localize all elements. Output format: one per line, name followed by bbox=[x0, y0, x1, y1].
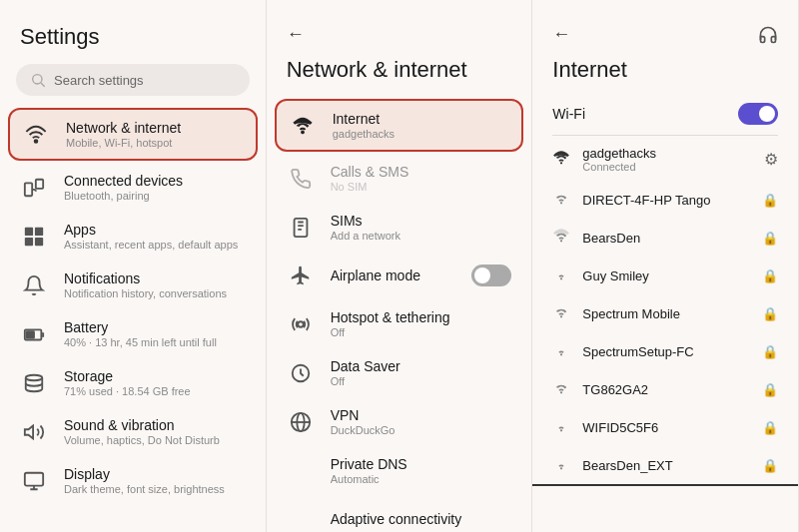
search-bar[interactable]: Search settings bbox=[16, 64, 250, 96]
sound-sublabel: Volume, haptics, Do Not Disturb bbox=[64, 434, 220, 446]
notifications-text: Notifications Notification history, conv… bbox=[64, 270, 227, 299]
storage-sublabel: 71% used · 18.54 GB free bbox=[64, 385, 191, 397]
battery-sublabel: 40% · 13 hr, 45 min left until full bbox=[64, 336, 217, 348]
network-direct4f[interactable]: DIRECT-4F-HP Tango 🔒 bbox=[532, 181, 798, 219]
network-item-privatedns[interactable]: Private DNS Automatic bbox=[267, 446, 532, 495]
sims-sublabel: Add a network bbox=[331, 230, 400, 242]
settings-gear-icon[interactable]: ⚙ bbox=[764, 150, 778, 169]
settings-item-storage[interactable]: Storage 71% used · 18.54 GB free bbox=[0, 358, 266, 407]
network-spectrummobile[interactable]: Spectrum Mobile 🔒 bbox=[532, 294, 798, 332]
battery-icon bbox=[20, 320, 48, 348]
settings-item-apps[interactable]: Apps Assistant, recent apps, default app… bbox=[0, 212, 266, 261]
calls-icon bbox=[287, 165, 315, 193]
connected-text: Connected devices Bluetooth, pairing bbox=[64, 173, 183, 202]
network-item-airplane[interactable]: Airplane mode bbox=[267, 252, 532, 299]
spectrummobile-name: Spectrum Mobile bbox=[582, 306, 750, 321]
svg-point-22 bbox=[560, 240, 562, 242]
adaptive-icon bbox=[287, 505, 315, 532]
back-button-panel3[interactable]: ← bbox=[552, 24, 570, 45]
network-item-internet[interactable]: Internet gadgethacks bbox=[275, 99, 524, 152]
network-bearsden[interactable]: BearsDen 🔒 bbox=[532, 219, 798, 257]
lock-icon: 🔒 bbox=[762, 268, 778, 283]
svg-rect-10 bbox=[27, 331, 34, 337]
connected-icon bbox=[20, 174, 48, 202]
datasaver-label: Data Saver bbox=[331, 358, 400, 374]
network-title: Network & internet bbox=[267, 49, 532, 97]
wifi-signal-icon bbox=[552, 454, 570, 476]
gadgethacks-name: gadgethacks bbox=[582, 146, 752, 161]
internet-icon bbox=[289, 112, 317, 140]
apps-text: Apps Assistant, recent apps, default app… bbox=[64, 222, 238, 251]
network-spectrumsetup[interactable]: SpectrumSetup-FC 🔒 bbox=[532, 332, 798, 370]
adaptive-text: Adaptive connectivity bbox=[331, 511, 462, 527]
vpn-label: VPN bbox=[331, 407, 396, 423]
wifi-signal-icon bbox=[552, 227, 570, 249]
wifi-signal-icon bbox=[552, 340, 570, 362]
sound-label: Sound & vibration bbox=[64, 417, 220, 433]
datasaver-sublabel: Off bbox=[331, 375, 400, 387]
airplane-toggle[interactable] bbox=[471, 265, 511, 286]
network-item-vpn[interactable]: VPN DuckDuckGo bbox=[267, 397, 532, 446]
internet-panel: ← Internet Wi-Fi gadgethacks Connected ⚙ bbox=[532, 0, 799, 532]
svg-point-16 bbox=[298, 321, 304, 327]
settings-title: Settings bbox=[0, 16, 266, 64]
internet-sublabel: gadgethacks bbox=[333, 128, 395, 140]
network-tg862[interactable]: TG862GA2 🔒 bbox=[532, 370, 798, 408]
settings-item-battery[interactable]: Battery 40% · 13 hr, 45 min left until f… bbox=[0, 309, 266, 358]
network-item-datasaver[interactable]: Data Saver Off bbox=[267, 348, 532, 397]
lock-icon: 🔒 bbox=[762, 344, 778, 359]
calls-label: Calls & SMS bbox=[331, 164, 409, 180]
bearsden-name: BearsDen bbox=[582, 231, 750, 246]
network-item-hotspot[interactable]: Hotspot & tethering Off bbox=[267, 299, 532, 348]
privatedns-text: Private DNS Automatic bbox=[331, 456, 407, 485]
wifi-signal-icon bbox=[552, 265, 570, 286]
wifi-signal-icon bbox=[552, 149, 570, 171]
wifi-row[interactable]: Wi-Fi bbox=[532, 97, 798, 131]
network-item-calls[interactable]: Calls & SMS No SIM bbox=[267, 154, 532, 203]
sims-text: SIMs Add a network bbox=[331, 213, 400, 242]
privatedns-icon bbox=[287, 457, 315, 485]
back-button-panel2[interactable]: ← bbox=[267, 16, 532, 49]
search-icon bbox=[30, 72, 46, 88]
settings-item-display[interactable]: Display Dark theme, font size, brightnes… bbox=[0, 456, 266, 505]
wifi-divider bbox=[552, 135, 778, 136]
svg-point-0 bbox=[33, 75, 42, 84]
svg-line-1 bbox=[41, 83, 45, 87]
lock-icon: 🔒 bbox=[762, 420, 778, 435]
svg-point-28 bbox=[560, 467, 562, 469]
connected-label: Connected devices bbox=[64, 173, 183, 189]
hotspot-text: Hotspot & tethering Off bbox=[331, 309, 450, 338]
tg862-name: TG862GA2 bbox=[582, 382, 750, 397]
vpn-icon bbox=[287, 408, 315, 436]
search-placeholder: Search settings bbox=[54, 73, 144, 88]
network-wifid5[interactable]: WIFID5C5F6 🔒 bbox=[532, 408, 798, 446]
internet-panel-title: Internet bbox=[532, 49, 798, 97]
network-label: Network & internet bbox=[66, 120, 181, 136]
network-item-sims[interactable]: SIMs Add a network bbox=[267, 203, 532, 252]
settings-item-connected[interactable]: Connected devices Bluetooth, pairing bbox=[0, 163, 266, 212]
network-guysmiley[interactable]: Guy Smiley 🔒 bbox=[532, 257, 798, 294]
display-icon bbox=[20, 467, 48, 495]
guysmiley-name: Guy Smiley bbox=[582, 268, 750, 283]
airplane-label: Airplane mode bbox=[331, 267, 420, 283]
settings-item-network[interactable]: Network & internet Mobile, Wi-Fi, hotspo… bbox=[8, 108, 258, 161]
display-label: Display bbox=[64, 466, 225, 482]
svg-point-24 bbox=[560, 315, 562, 317]
svg-point-27 bbox=[560, 429, 562, 431]
network-sublabel: Mobile, Wi-Fi, hotspot bbox=[66, 137, 181, 149]
svg-rect-15 bbox=[294, 218, 307, 236]
svg-point-23 bbox=[560, 277, 562, 279]
network-bearsden-ext[interactable]: BearsDen_EXT 🔒 bbox=[532, 446, 798, 486]
network-gadgethacks[interactable]: gadgethacks Connected ⚙ bbox=[532, 138, 798, 181]
lock-icon: 🔒 bbox=[762, 458, 778, 473]
settings-item-sound[interactable]: Sound & vibration Volume, haptics, Do No… bbox=[0, 407, 266, 456]
network-item-adaptive[interactable]: Adaptive connectivity bbox=[267, 495, 532, 532]
vpn-sublabel: DuckDuckGo bbox=[331, 424, 396, 436]
apps-sublabel: Assistant, recent apps, default apps bbox=[64, 239, 238, 251]
sims-icon bbox=[287, 214, 315, 242]
hotspot-label: Hotspot & tethering bbox=[331, 309, 450, 325]
sims-label: SIMs bbox=[331, 213, 400, 229]
settings-item-notifications[interactable]: Notifications Notification history, conv… bbox=[0, 261, 266, 309]
wifi-toggle[interactable] bbox=[738, 103, 778, 125]
svg-rect-4 bbox=[36, 179, 43, 188]
